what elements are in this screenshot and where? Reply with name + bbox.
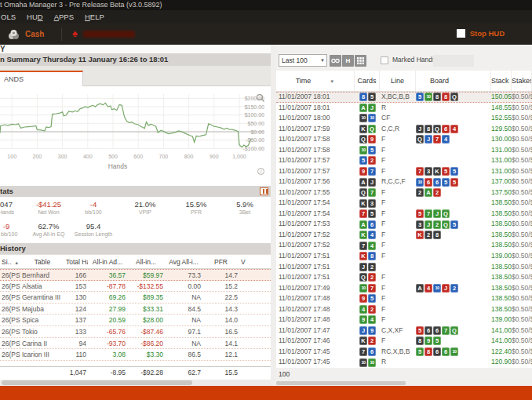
history-row-carina-ii[interactable]: 26(PS)Carina II94-93.70-$86.20NA14.1: [0, 338, 271, 350]
stop-hud-control[interactable]: Stop HUD: [457, 29, 505, 38]
hand-cards: 97: [355, 166, 380, 177]
hand-row[interactable]: 11/01/2007 18:0185X,BC,B,B51088Q150.05$0…: [276, 92, 532, 103]
left-horizontal-scrollbar[interactable]: [0, 380, 271, 386]
marked-hands-input[interactable]: [433, 55, 474, 67]
history-column-1[interactable]: Table: [20, 255, 64, 268]
hands-column-stakes[interactable]: Stakes: [512, 71, 532, 91]
hand-row[interactable]: 11/01/2007 17:51Q2F138.50$0.50/$1.00: [276, 272, 532, 283]
history-column-4[interactable]: All-in...: [127, 255, 165, 268]
hand-row[interactable]: 11/01/2007 17:59KQC,C,RJ8Q64129.50$0.50/…: [276, 124, 532, 135]
hands-column-board[interactable]: Board: [416, 71, 491, 91]
history-cell: [239, 367, 271, 378]
hand-row[interactable]: 11/01/2007 17:51K8F139.00$0.50/$1.00: [276, 251, 532, 262]
history-row-spica[interactable]: 26(PS)Spica13720.59$28.00NA14.0: [0, 315, 271, 326]
history-column-2[interactable]: Total Ha...: [64, 255, 88, 268]
card-7-heart: 7: [359, 209, 367, 218]
hand-line: CF: [380, 113, 416, 124]
hands-column-cards[interactable]: Cards: [355, 71, 380, 91]
history-row-majuba[interactable]: 26(PS)Majuba12427.99$33.3184.514.3: [0, 304, 271, 315]
hand-cards: J2: [355, 262, 380, 273]
hand-row[interactable]: 11/01/2007 17:58Q9FQJ74130.00$0.50/$1.00: [276, 134, 532, 145]
history-cell: 26(PS): [0, 349, 20, 360]
hand-row[interactable]: 11/01/2007 17:4576RC,X,B,B586610122.40$0…: [276, 347, 532, 358]
hand-row[interactable]: 11/01/2007 17:5475F57JQ138.50$0.50/$1.00: [276, 209, 532, 220]
hand-row[interactable]: 11/01/2007 17:55Q7F2A2137.50$0.50/$1.00: [276, 187, 532, 198]
hand-stakes: $0.50/$1.00: [512, 272, 532, 283]
hand-row[interactable]: 11/01/2007 17:5797F73K55131.00$0.50/$1.0…: [276, 166, 532, 177]
hand-time: 11/01/2007 17:55: [276, 187, 355, 198]
hand-row[interactable]: 11/01/2007 17:56AJR,C,C,F106655137.00$0.…: [276, 176, 532, 187]
history-row-alsatia[interactable]: 26(PS)Alsatia153-87.78-$132.550.0015.2: [0, 281, 271, 293]
hand-row[interactable]: 11/01/2007 17:4894F139.00$0.50/$1.00: [276, 315, 532, 325]
hand-stack-size: 131.00: [491, 155, 512, 166]
card-K-heart: K: [359, 252, 367, 260]
hand-row[interactable]: 11/01/2007 17:49107FA410J2138.50$0.50/$1…: [276, 283, 532, 294]
history-row-geramtina-iii[interactable]: 26(PS)Geramtina III13069.26$89.35NA22.5: [0, 292, 271, 304]
card-5-diamond: 5: [416, 93, 424, 101]
right-scrollbar-thumb[interactable]: [276, 381, 406, 385]
hands-column-stack-siz-[interactable]: Stack Siz...: [491, 71, 512, 91]
card-10-club: 10: [359, 146, 367, 155]
card-2-spade: 2: [368, 263, 376, 271]
history-column-7[interactable]: V: [239, 255, 271, 268]
menu-item-ols[interactable]: OLS: [1, 10, 16, 24]
replay-button[interactable]: [330, 55, 341, 67]
grid-view-button[interactable]: [355, 55, 366, 67]
hand-board: 106655: [416, 176, 491, 187]
chart-zoom-icon[interactable]: [256, 93, 265, 103]
tab-hands[interactable]: ANDS: [0, 71, 83, 86]
hand-line: C,X,XF: [380, 325, 416, 336]
hands-count-footer: 100: [279, 370, 290, 378]
player-name-redacted[interactable]: [83, 31, 135, 38]
left-scrollbar-thumb[interactable]: [2, 380, 192, 385]
hands-column-line[interactable]: Line: [380, 71, 416, 91]
hand-row[interactable]: 11/01/2007 17:5752F131.00$0.50/$1.00: [276, 155, 532, 166]
hand-row[interactable]: 11/01/2007 18:01AJR148.55$0.50/$1.00: [276, 103, 532, 114]
history-cell: -93.70: [88, 338, 127, 349]
hand-row[interactable]: 11/01/2007 17:451010R120.90$0.50/$1.00: [276, 357, 532, 368]
history-cell: -$87.46: [127, 326, 165, 337]
hand-row[interactable]: 11/01/2007 17:53A6F3J2Q5138.50$0.50/$1.0…: [276, 219, 532, 230]
x-tick-label: 900: [210, 154, 219, 159]
hand-row[interactable]: 11/01/2007 17:4895F138.50$0.50/$1.00: [276, 293, 532, 304]
hand-row[interactable]: 11/01/2007 17:46K2F895141.00$0.50/$1.00: [276, 336, 532, 347]
hand-line: F: [380, 187, 416, 198]
history-cell: [239, 315, 271, 325]
stats-config-icon[interactable]: [260, 187, 268, 195]
marked-hands-checkbox[interactable]: [381, 56, 388, 64]
cash-tab[interactable]: Cash: [8, 26, 44, 42]
card-Q-club: Q: [368, 125, 376, 133]
hands-filter-select[interactable]: Last 100 ▼: [279, 54, 327, 67]
history-column-0[interactable]: Si..▲: [0, 255, 20, 268]
stop-hud-checkbox[interactable]: [457, 29, 465, 38]
menu-item-apps[interactable]: APPS: [54, 10, 74, 24]
right-horizontal-scrollbar[interactable]: [276, 380, 532, 386]
history-row-bernhard[interactable]: 26(PS)Bernhard16636.57$59.9773.314.7: [0, 269, 271, 281]
history-row-tokio[interactable]: 26(PS)Tokio133-65.76-$87.4697.116.5: [0, 326, 271, 338]
card-7-heart: 7: [368, 284, 376, 293]
hand-stakes: $0.50/$1.00: [512, 93, 532, 102]
hand-stack-size: 138.50: [491, 272, 512, 283]
hand-row[interactable]: 11/01/2007 17:51J2138.50$0.50/$1.00: [276, 262, 532, 273]
hand-row[interactable]: 11/01/2007 17:47J9C,X,XF5667Q141.00$0.50…: [276, 325, 532, 336]
history-row-icarion-iii[interactable]: 26(PS)Icarion III1103.08$3.3086.512.1: [0, 349, 271, 361]
hand-stakes: $0.50/$1.00: [512, 209, 532, 220]
card-10-spade: 10: [359, 114, 367, 122]
menu-item-hud[interactable]: HUD: [27, 10, 43, 24]
history-column-3[interactable]: All-in Ad...: [88, 255, 127, 268]
hud-button[interactable]: H: [342, 55, 354, 67]
hand-row[interactable]: 11/01/2007 17:58105F131.00$0.50/$1.00: [276, 145, 532, 156]
card-K-spade: K: [359, 125, 367, 133]
card-10-club: 10: [425, 93, 432, 101]
hand-row[interactable]: 11/01/2007 18:001010CF152.55$0.50/$1.00: [276, 113, 532, 124]
history-column-6[interactable]: PFR: [202, 255, 239, 268]
hand-row[interactable]: 11/01/2007 17:54K3F138.50$0.50/$1.00: [276, 198, 532, 209]
chart-info-icon[interactable]: i: [257, 168, 264, 175]
menu-item-help[interactable]: HELP: [85, 10, 104, 24]
history-column-5[interactable]: Avg All-i...: [165, 255, 202, 268]
hand-row[interactable]: 11/01/2007 17:4842F138.50$0.50/$1.00: [276, 304, 532, 315]
hands-column-time[interactable]: Time▼: [276, 71, 355, 91]
hand-row[interactable]: 11/01/2007 17:5274F138.50$0.50/$1.00: [276, 240, 532, 251]
card-Q-spade: Q: [416, 135, 424, 144]
hand-row[interactable]: 11/01/2007 17:52K4FK28138.50$0.50/$1.00: [276, 230, 532, 241]
